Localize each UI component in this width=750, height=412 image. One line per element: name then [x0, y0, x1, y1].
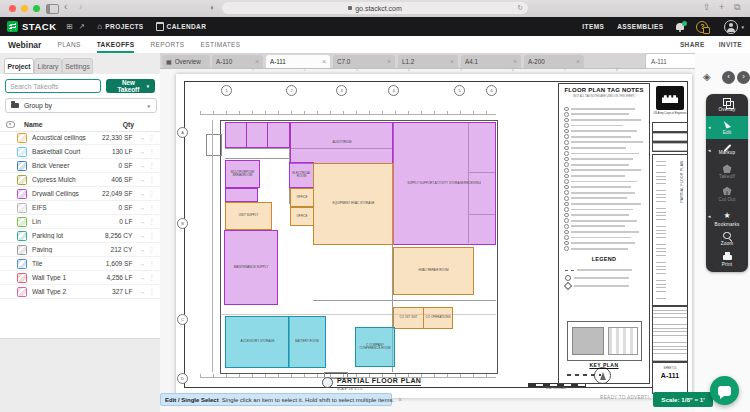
tool-button[interactable]: ◂ Zoom	[706, 228, 748, 250]
takeoff-region[interactable]	[246, 122, 268, 148]
takeoff-row[interactable]: Parking lot 8,256 CY → ⋮	[0, 229, 160, 243]
close-tab-icon[interactable]: ×	[387, 58, 391, 65]
takeoff-region[interactable]: ACCESSORY STORAGE	[225, 316, 290, 368]
plan-tab[interactable]: ▦ A4.1 ×	[461, 55, 521, 68]
tool-button[interactable]: ◂ Overlay	[706, 94, 748, 116]
takeoff-region[interactable]: SUPPLY SUPPORT ACTIVITY STORAGE/RECEIVIN…	[392, 122, 496, 245]
fullscreen-window-button[interactable]	[33, 5, 40, 12]
takeoff-region[interactable]: OFFICE	[290, 207, 314, 226]
tool-button[interactable]: ◂ Bookmarks	[706, 205, 748, 227]
goto-arrow-icon[interactable]: →	[139, 274, 146, 281]
row-menu-icon[interactable]: ⋮	[149, 148, 156, 156]
takeoff-row[interactable]: Cypress Mulch 406 SF → ⋮	[0, 173, 160, 187]
takeoff-row[interactable]: Drywall Ceilings 22,049 SF → ⋮	[0, 187, 160, 201]
goto-arrow-icon[interactable]: →	[139, 162, 146, 169]
help-icon[interactable]: ?	[696, 21, 708, 33]
layers-icon[interactable]: ◈	[703, 71, 711, 82]
takeoff-row[interactable]: Paving 212 CY → ⋮	[0, 243, 160, 257]
tool-button[interactable]: ◂ Markup	[706, 139, 748, 161]
close-window-button[interactable]	[9, 5, 16, 12]
row-menu-icon[interactable]: ⋮	[149, 274, 156, 282]
goto-arrow-icon[interactable]: →	[139, 176, 146, 183]
row-menu-icon[interactable]: ⋮	[149, 246, 156, 254]
takeoff-row[interactable]: Wall Type 1 4,256 LF → ⋮	[0, 271, 160, 285]
row-menu-icon[interactable]: ⋮	[149, 190, 156, 198]
account-caret-icon[interactable]: ▾	[741, 24, 744, 30]
close-tab-icon[interactable]: ×	[513, 58, 517, 65]
takeoff-region[interactable]	[225, 122, 247, 148]
takeoff-region[interactable]	[225, 188, 258, 202]
tab-plans[interactable]: PLANS	[57, 36, 80, 53]
plan-tab[interactable]: ▦ A-110 ×	[212, 55, 263, 68]
browser-forward-button[interactable]: ›	[79, 1, 82, 12]
minimize-window-button[interactable]	[21, 5, 28, 12]
tab-overview-icon[interactable]: ⧉	[734, 2, 740, 13]
share-button[interactable]: SHARE	[680, 41, 705, 48]
takeoff-row[interactable]: Brick Veneer 0 SF → ⋮	[0, 159, 160, 173]
row-menu-icon[interactable]: ⋮	[149, 260, 156, 268]
takeoff-row[interactable]: Wall Type 2 327 LF → ⋮	[0, 285, 160, 299]
group-by-dropdown[interactable]: Group by ▾	[5, 98, 157, 113]
tab-estimates[interactable]: ESTIMATES	[201, 36, 241, 53]
row-menu-icon[interactable]: ⋮	[149, 218, 156, 226]
tooltip-close-icon[interactable]: ×	[398, 396, 402, 403]
plan-tab[interactable]: ▦ A-111 ×	[266, 55, 330, 68]
row-menu-icon[interactable]: ⋮	[149, 232, 156, 240]
close-tab-icon[interactable]: ×	[576, 58, 580, 65]
takeoff-region[interactable]: MAINTENANCE SUPPLY	[224, 230, 278, 305]
plan-tab[interactable]: ▦ Overview ×	[162, 55, 210, 68]
row-menu-icon[interactable]: ⋮	[149, 162, 156, 170]
tool-button[interactable]: ◂ Print	[706, 250, 748, 272]
takeoff-region[interactable]: MULTIPURPOSE BREAKROOM	[225, 160, 260, 188]
takeoff-region[interactable]: HVAC REPAIR ROOM	[393, 247, 474, 295]
goto-arrow-icon[interactable]: →	[139, 246, 146, 253]
stack-logo-icon[interactable]	[7, 21, 18, 32]
invite-button[interactable]: INVITE	[719, 41, 742, 48]
takeoff-region[interactable]: ELECTRICAL ROOM	[289, 162, 314, 188]
nav-items[interactable]: ITEMS	[582, 23, 604, 30]
notifications-bell-icon[interactable]	[676, 23, 684, 30]
takeoff-region[interactable]: CO OPERATIONS	[423, 307, 453, 329]
takeoff-row[interactable]: Tile 1,609 SF → ⋮	[0, 257, 160, 271]
next-page-button[interactable]: ›	[737, 71, 750, 84]
address-bar[interactable]: go.stackct.com ↻	[222, 2, 528, 14]
takeoff-region[interactable]: CO 1ST SGT	[393, 307, 424, 329]
takeoff-row[interactable]: Lin 0 LF → ⋮	[0, 215, 160, 229]
previous-page-button[interactable]: ‹	[722, 71, 735, 84]
takeoff-region[interactable]: AUDITORIUM	[290, 122, 394, 164]
plan-tab[interactable]: ▦ A-200 ×	[524, 55, 584, 68]
search-input[interactable]	[5, 79, 101, 93]
browser-sidebar-icon[interactable]	[46, 4, 59, 14]
goto-arrow-icon[interactable]: →	[139, 260, 146, 267]
tool-button[interactable]: ◂ Cut Out	[706, 183, 748, 205]
takeoff-row[interactable]: EIFS 0 SF → ⋮	[0, 201, 160, 215]
tab-reports[interactable]: REPORTS	[150, 36, 184, 53]
goto-arrow-icon[interactable]: →	[139, 190, 146, 197]
nav-assemblies[interactable]: ASSEMBLIES	[617, 23, 663, 30]
row-menu-icon[interactable]: ⋮	[149, 176, 156, 184]
expand-icon[interactable]: ⊞	[67, 22, 73, 31]
row-menu-icon[interactable]: ⋮	[149, 204, 156, 212]
takeoff-region[interactable]: UNIT SUPPLY	[225, 202, 272, 230]
takeoff-row[interactable]: Acoustical ceilings 22,330 SF → ⋮	[0, 131, 160, 145]
tool-button[interactable]: ◂ Takeoff	[706, 161, 748, 183]
goto-arrow-icon[interactable]: →	[139, 148, 146, 155]
share-icon[interactable]: ⇧	[703, 2, 711, 12]
plan-tab[interactable]: ▦ L1.2 ×	[398, 55, 458, 68]
plan-canvas[interactable]: ▦ Overview × ▦ A-110 × ▦ A-111 × ▦ C7.0 …	[160, 53, 695, 412]
new-takeoff-button[interactable]: New Takeoff ▾	[106, 79, 155, 93]
browser-back-button[interactable]: ‹	[64, 1, 67, 12]
close-tab-icon[interactable]: ×	[322, 58, 326, 65]
drawing-sheet[interactable]: 123456 ABCD AUDITORIUM SUPPLY SUPPORT AC	[176, 74, 692, 398]
takeoff-region[interactable]: C COMPANY CONFERENCE ROOM	[355, 327, 395, 367]
takeoff-region[interactable]: BATTERY ROOM	[288, 316, 326, 368]
account-avatar[interactable]	[724, 20, 738, 34]
tool-button[interactable]: ◂ Edit	[706, 116, 748, 138]
visibility-eye-icon[interactable]	[6, 121, 15, 128]
close-tab-icon[interactable]: ×	[450, 58, 454, 65]
row-menu-icon[interactable]: ⋮	[149, 134, 156, 142]
takeoff-region[interactable]: EQUIPMENT HVAC STORAGE	[313, 163, 394, 245]
goto-arrow-icon[interactable]: →	[139, 204, 146, 211]
tab-takeoffs[interactable]: TAKEOFFS	[97, 36, 135, 53]
goto-arrow-icon[interactable]: →	[139, 218, 146, 225]
